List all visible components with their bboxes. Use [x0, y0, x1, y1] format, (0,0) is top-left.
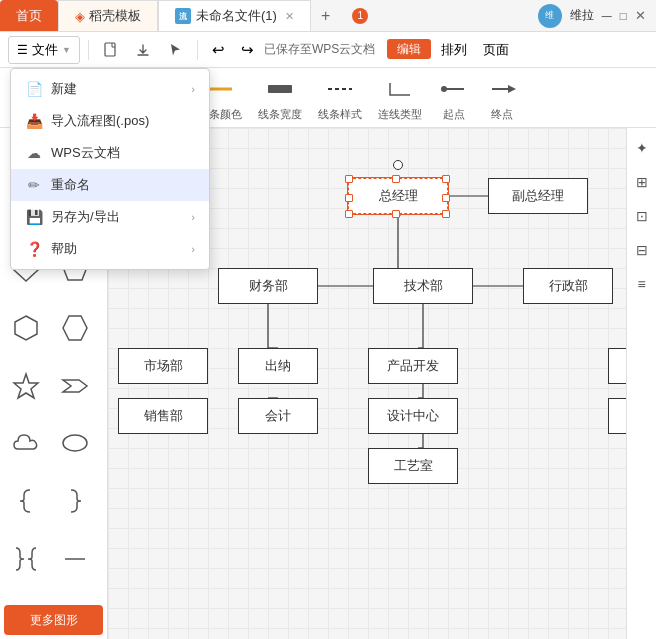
menu-item-help[interactable]: ❓ 帮助 ›: [108, 233, 209, 265]
shape-chevron[interactable]: [57, 368, 93, 404]
file-label: 文件: [32, 41, 58, 59]
toolbar: ☰ 文件 ▼ ↩ ↪ 已保存至WPS云文档 编辑 排列 页面: [0, 32, 656, 68]
file-menu-button[interactable]: ☰ 文件 ▼: [8, 36, 80, 64]
more-shapes-label: 更多图形: [30, 612, 78, 629]
chevron-down-icon: ▼: [62, 45, 71, 55]
tab-home[interactable]: 首页: [0, 0, 58, 31]
tab-file[interactable]: 流 未命名文件(1) ✕: [158, 0, 311, 31]
org-node-product[interactable]: 产品开发: [368, 348, 458, 384]
org-node-admin[interactable]: 行政部: [523, 268, 613, 304]
new-doc-button[interactable]: [97, 38, 125, 62]
edit-button[interactable]: 编辑: [387, 41, 431, 58]
edit-label: 编辑: [387, 39, 431, 59]
org-node-design[interactable]: 设计中心: [368, 398, 458, 434]
org-node-accounting[interactable]: 会计: [238, 398, 318, 434]
handle-br[interactable]: [442, 210, 450, 218]
org-node-cashier[interactable]: 出纳: [238, 348, 318, 384]
add-icon: +: [321, 7, 330, 25]
org-node-tech[interactable]: 技术部: [373, 268, 473, 304]
redo-button[interactable]: ↪: [235, 37, 260, 63]
shape-hexagon[interactable]: [8, 310, 44, 346]
saved-status: 已保存至WPS云文档: [264, 41, 375, 58]
ceo-label: 总经理: [379, 187, 418, 205]
tab-template[interactable]: ◈ 稻壳模板: [58, 0, 158, 31]
user-avatar: 维: [538, 4, 562, 28]
handle-tm[interactable]: [392, 175, 400, 183]
new-doc-icon: [103, 42, 119, 58]
page-button[interactable]: 页面: [477, 37, 515, 63]
cursor-tool[interactable]: [161, 38, 189, 62]
sales-label: 销售部: [144, 407, 183, 425]
document-icon[interactable]: ≡: [630, 272, 654, 296]
image-icon[interactable]: ⊟: [630, 238, 654, 262]
product-label: 产品开发: [387, 357, 439, 375]
canvas-area[interactable]: 总经理 副总经理 财务部 技术部: [108, 128, 626, 639]
accounting-label: 会计: [265, 407, 291, 425]
org-node-sales[interactable]: 销售部: [118, 398, 208, 434]
download-icon: [135, 42, 151, 58]
minimize-icon[interactable]: ─: [602, 8, 612, 24]
handle-mr[interactable]: [442, 194, 450, 202]
add-tab-button[interactable]: +: [311, 0, 340, 31]
org-node-ceo[interactable]: 总经理: [348, 178, 448, 214]
shape-cloud[interactable]: [8, 425, 44, 461]
handle-ml[interactable]: [345, 194, 353, 202]
menu-item-wps-label: WPS云文档: [108, 144, 120, 162]
line-style-item[interactable]: 线条样式: [318, 73, 362, 122]
close-window-icon[interactable]: ✕: [635, 8, 646, 23]
help-arrow: ›: [191, 243, 195, 255]
shape-hexagon2[interactable]: [57, 310, 93, 346]
maximize-icon[interactable]: □: [620, 9, 627, 23]
line-width-item[interactable]: 线条宽度: [258, 73, 302, 122]
menu-item-import[interactable]: 📥 导入流程图(.pos): [108, 128, 209, 137]
connect-type-item[interactable]: 连线类型: [378, 73, 422, 122]
shape-brace-both[interactable]: [8, 541, 44, 577]
more-shapes-button[interactable]: 更多图形: [4, 605, 103, 635]
undo-button[interactable]: ↩: [206, 37, 231, 63]
shape-oval[interactable]: [57, 425, 93, 461]
shape-brace-right[interactable]: [57, 483, 93, 519]
handle-tl[interactable]: [345, 175, 353, 183]
menu-item-wps[interactable]: ☁ WPS云文档: [108, 137, 209, 169]
close-icon[interactable]: ✕: [285, 10, 294, 23]
finance-label: 财务部: [249, 277, 288, 295]
line-width-label: 线条宽度: [258, 107, 302, 122]
menu-item-saveas[interactable]: 💾 另存为/导出 ›: [108, 201, 209, 233]
org-node-market[interactable]: 市场部: [118, 348, 208, 384]
svg-marker-18: [63, 316, 87, 340]
start-point-item[interactable]: 起点: [438, 73, 470, 122]
shape-star[interactable]: [8, 368, 44, 404]
arrange-button[interactable]: 排列: [435, 37, 473, 63]
template-tab-label: 稻壳模板: [89, 7, 141, 25]
org-node-finance[interactable]: 财务部: [218, 268, 318, 304]
svg-marker-19: [14, 374, 38, 398]
shape-line[interactable]: [57, 541, 93, 577]
compass-icon[interactable]: ✦: [630, 136, 654, 160]
menu-item-rename[interactable]: ✏ 重命名: [108, 169, 209, 201]
handle-bm[interactable]: [392, 210, 400, 218]
end-point-icon: [486, 73, 518, 105]
org-node-admin-sub2[interactable]: [608, 398, 626, 434]
org-node-admin-sub1[interactable]: [608, 348, 626, 384]
svg-marker-17: [15, 316, 37, 340]
handle-bl[interactable]: [345, 210, 353, 218]
handle-tr[interactable]: [442, 175, 450, 183]
svg-rect-0: [105, 43, 115, 56]
shape-brace-left[interactable]: [8, 483, 44, 519]
table-icon[interactable]: ⊡: [630, 204, 654, 228]
vceo-label: 副总经理: [512, 187, 564, 205]
layers-icon[interactable]: ⊞: [630, 170, 654, 194]
admin-label: 行政部: [549, 277, 588, 295]
tech-label: 技术部: [404, 277, 443, 295]
org-node-craft[interactable]: 工艺室: [368, 448, 458, 484]
org-node-vceo[interactable]: 副总经理: [488, 178, 588, 214]
download-button[interactable]: [129, 38, 157, 62]
line-style-icon: [324, 73, 356, 105]
svg-rect-5: [268, 85, 292, 93]
menu-item-import-label: 导入流程图(.pos): [108, 128, 149, 130]
file-tab-label: 未命名文件(1): [196, 7, 277, 25]
username-label: 维拉: [570, 7, 594, 24]
connect-type-icon: [384, 73, 416, 105]
right-panel: ✦ ⊞ ⊡ ⊟ ≡: [626, 128, 656, 639]
home-tab-label: 首页: [16, 7, 42, 25]
